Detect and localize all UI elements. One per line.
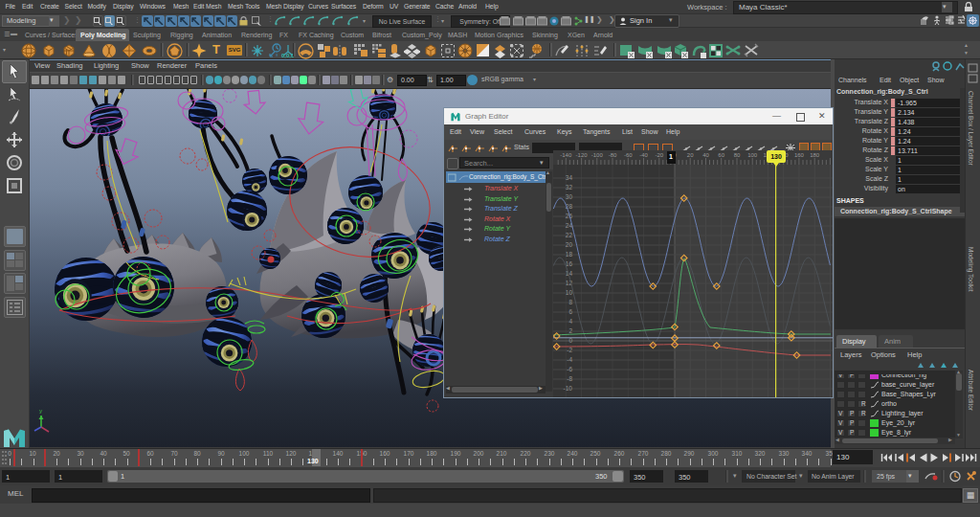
svg-text:18: 18: [566, 251, 573, 258]
svg-text:y: y: [39, 408, 42, 414]
svg-text:6: 6: [568, 308, 572, 315]
svg-text:60: 60: [718, 152, 724, 158]
svg-text:-100: -100: [591, 152, 604, 158]
svg-text:-80: -80: [609, 152, 617, 158]
svg-text:2: 2: [568, 327, 572, 334]
svg-text:-140: -140: [560, 152, 572, 158]
svg-text:34: 34: [566, 174, 573, 181]
svg-text:160: 160: [794, 152, 805, 158]
svg-text:20: 20: [566, 241, 573, 248]
svg-text:32: 32: [566, 184, 573, 191]
svg-text:4: 4: [568, 318, 572, 325]
svg-text:22: 22: [566, 232, 573, 238]
svg-text:8: 8: [568, 299, 572, 305]
svg-text:80: 80: [734, 152, 741, 158]
svg-text:-120: -120: [576, 152, 589, 158]
svg-text:-40: -40: [639, 152, 648, 158]
svg-text:40: 40: [702, 152, 709, 158]
svg-text:20: 20: [687, 152, 694, 158]
svg-text:-8: -8: [567, 375, 572, 382]
svg-text:-2: -2: [567, 347, 572, 353]
svg-text:-10: -10: [564, 385, 573, 392]
svg-text:180: 180: [810, 152, 820, 158]
svg-text:100: 100: [747, 152, 758, 158]
svg-text:x: x: [276, 52, 278, 57]
svg-text:-60: -60: [624, 152, 633, 158]
svg-text:30: 30: [566, 193, 573, 200]
svg-text:-4: -4: [567, 356, 572, 363]
svg-text:-6: -6: [567, 366, 572, 372]
svg-text:-20: -20: [655, 152, 663, 158]
svg-text:10: 10: [566, 289, 573, 296]
